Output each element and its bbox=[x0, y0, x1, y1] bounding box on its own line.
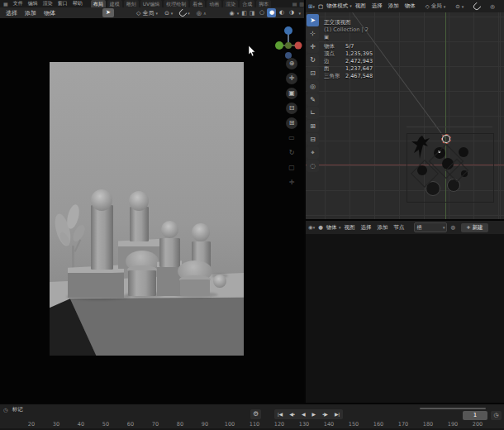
menu-item[interactable]: 物体 bbox=[405, 2, 416, 10]
shader-type-dropdown[interactable]: 物体 ▾ bbox=[326, 224, 341, 232]
gizmo-y-neg-axis[interactable] bbox=[285, 42, 292, 49]
editor-type-button[interactable]: ⊞▾ bbox=[308, 3, 315, 10]
next-keyframe-button[interactable]: •▶ bbox=[319, 409, 331, 419]
workspace-tab[interactable]: 雕刻 bbox=[124, 0, 139, 7]
measure-tool[interactable]: ∟ bbox=[307, 107, 319, 119]
printer-icon[interactable]: ▭ bbox=[286, 132, 297, 144]
workspace-tab[interactable]: 渲染 bbox=[223, 0, 238, 7]
workspace-tab[interactable]: 纹理绘制 bbox=[164, 0, 188, 7]
mode-dropdown[interactable]: 物体模式 ▾ bbox=[326, 2, 352, 10]
topbar-menu[interactable]: 帮助 bbox=[73, 0, 83, 7]
solid-shading[interactable]: ● bbox=[267, 8, 276, 17]
select-box-tool[interactable]: ➤ bbox=[307, 14, 319, 26]
editor-type-button[interactable]: ◉▾ bbox=[308, 224, 315, 231]
scale-tool[interactable]: ⊡ bbox=[307, 67, 319, 79]
workspace-tab[interactable]: 着色 bbox=[190, 0, 205, 7]
navigation-gizmo[interactable] bbox=[274, 23, 302, 60]
orientation-dropdown[interactable]: ◇ 全局 ▾ bbox=[426, 2, 446, 10]
menu-item[interactable]: 添加 bbox=[377, 224, 388, 232]
frame-tick: 180 bbox=[422, 421, 434, 428]
gizmo-z-axis[interactable] bbox=[284, 26, 292, 35]
xray-toggle[interactable]: ◨ bbox=[250, 10, 255, 17]
topbar-menu[interactable]: 编辑 bbox=[28, 0, 38, 7]
active-tool-button[interactable]: ➤ bbox=[102, 8, 114, 17]
display-icon[interactable]: ▢ bbox=[286, 162, 297, 174]
play-reverse-button[interactable]: ◀ bbox=[298, 409, 309, 419]
new-material-button[interactable]: + 新建 bbox=[461, 223, 487, 232]
shader-editor[interactable]: ◉▾ ● 物体 ▾ 视图选择添加节点 槽 ▾ ◍ + 新建 bbox=[304, 219, 504, 404]
pivot-dropdown[interactable]: ⊙ ▾ bbox=[164, 10, 173, 17]
add-cube-tool[interactable]: ⊞ bbox=[307, 120, 319, 132]
menu-item[interactable]: 视图 bbox=[344, 224, 354, 232]
menu-item[interactable]: 添加 bbox=[388, 2, 399, 10]
lock-icon[interactable]: ⊟ bbox=[286, 103, 297, 114]
chevron-down-icon: ▾ bbox=[188, 11, 190, 16]
browse-material-icon[interactable]: ◍ bbox=[450, 224, 455, 231]
orientation-dropdown[interactable]: ◇ 全局 ▾ bbox=[136, 9, 158, 17]
material-slot-dropdown[interactable]: 槽 ▾ bbox=[414, 222, 447, 232]
cursor-tool[interactable]: ⊹ bbox=[307, 27, 319, 40]
visibility-dropdown[interactable]: ◉ bbox=[230, 10, 235, 17]
plant-silhouette[interactable] bbox=[411, 135, 430, 160]
pan-icon[interactable]: ✛ bbox=[286, 73, 297, 84]
scene-object-circle[interactable] bbox=[459, 147, 468, 157]
proportional-editing-toggle[interactable]: ◎ ∧ bbox=[197, 10, 207, 17]
topbar-menu[interactable]: 渲染 bbox=[43, 0, 53, 7]
material-shading[interactable]: ◐ bbox=[277, 8, 286, 17]
zoom-icon[interactable]: ⊕ bbox=[286, 58, 297, 69]
wireframe-shading[interactable]: ○ bbox=[257, 8, 266, 17]
transform-tool[interactable]: ◎ bbox=[307, 80, 319, 93]
menu-item[interactable]: 添加 bbox=[25, 9, 36, 17]
jump-end-button[interactable]: ▶| bbox=[331, 409, 343, 419]
marker-menu[interactable]: 标记 bbox=[12, 406, 23, 413]
gizmo-x-axis[interactable] bbox=[295, 42, 302, 50]
workspace-tab[interactable]: 布局 bbox=[91, 0, 106, 7]
menu-item[interactable]: 选择 bbox=[372, 2, 383, 10]
proportional-editing-toggle[interactable]: ◎ bbox=[490, 3, 495, 10]
workspace-tab[interactable]: 建模 bbox=[107, 0, 122, 7]
play-button[interactable]: ▶ bbox=[309, 409, 320, 419]
snap-toggle[interactable]: ▾ bbox=[179, 10, 190, 17]
move-tool[interactable]: ✛ bbox=[307, 41, 319, 53]
topbar-menu[interactable]: 窗口 bbox=[58, 0, 68, 7]
workspace-tab[interactable]: 脚本 bbox=[256, 0, 271, 7]
rotate-tool[interactable]: ↻ bbox=[307, 54, 319, 66]
frame-ruler[interactable]: 2030405060708090100110120130140150160170… bbox=[0, 421, 504, 428]
menu-item[interactable]: 物体 bbox=[44, 9, 55, 17]
lasso-tool[interactable]: ◌ bbox=[307, 160, 319, 172]
overlays-toggle[interactable]: ◧ bbox=[241, 10, 247, 17]
workspace-tab[interactable]: 合成 bbox=[240, 0, 254, 7]
current-frame-field[interactable]: 1 bbox=[463, 411, 487, 420]
sync-icon[interactable]: ↻ bbox=[286, 147, 297, 159]
right-viewport[interactable]: ⊞▾ ▢ 物体模式 ▾ 视图选择添加物体 ◇ 全局 ▾ ⊙ ▾ ◎ bbox=[304, 0, 504, 219]
rendered-shading[interactable]: ◑ bbox=[287, 8, 296, 17]
gizmo-y-axis[interactable] bbox=[275, 41, 283, 50]
workspace-tab[interactable]: 动画 bbox=[207, 0, 221, 7]
snap-toggle[interactable] bbox=[473, 3, 480, 10]
stopwatch-icon[interactable]: ◷ bbox=[491, 411, 502, 420]
chevron-down-icon: ▾ bbox=[443, 225, 445, 230]
timeline[interactable]: ◷ 标记 ⚙ |◀◀•◀▶•▶▶| 1 ◷ 203040506070809010… bbox=[0, 403, 504, 430]
menu-item[interactable]: 选择 bbox=[360, 224, 371, 232]
prev-keyframe-button[interactable]: ◀• bbox=[286, 409, 298, 419]
annotate-tool[interactable]: ✎ bbox=[307, 93, 319, 106]
menu-item[interactable]: 视图 bbox=[355, 2, 366, 10]
add-primitive-tool[interactable]: ⊟ bbox=[307, 133, 319, 146]
menu-item[interactable]: 节点 bbox=[393, 224, 404, 232]
hand-icon[interactable]: ✛ bbox=[286, 177, 297, 189]
playback-settings-button[interactable]: ⚙ bbox=[250, 409, 261, 419]
pivot-icon: ⊙ bbox=[164, 10, 169, 17]
topbar-menu[interactable]: 文件 bbox=[13, 0, 23, 7]
timeline-editor-icon[interactable]: ◷ bbox=[3, 407, 8, 413]
camera-view-icon[interactable]: ▣ bbox=[286, 88, 297, 99]
workspace-tab[interactable]: UV编辑 bbox=[140, 0, 163, 7]
pick-origin-tool[interactable]: ⌖ bbox=[307, 146, 319, 159]
app-icon[interactable]: ▦ bbox=[3, 1, 8, 7]
ortho-grid-icon[interactable]: ⊞ bbox=[286, 117, 297, 129]
menu-item[interactable]: 选择 bbox=[6, 9, 17, 17]
timeline-scrollbar[interactable] bbox=[420, 408, 486, 409]
left-viewport[interactable]: ⊕✛▣⊟⊞▭↻▢✛ bbox=[0, 18, 304, 403]
scene-icon[interactable]: ▤ bbox=[292, 1, 297, 7]
pivot-dropdown[interactable]: ⊙ ▾ bbox=[455, 3, 464, 10]
jump-start-button[interactable]: |◀ bbox=[274, 409, 286, 419]
